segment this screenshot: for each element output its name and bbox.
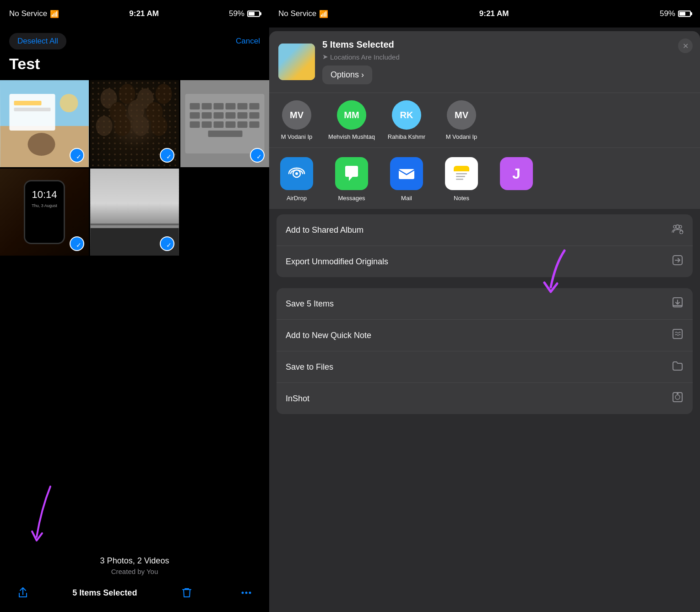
save-icon — [672, 296, 684, 311]
svg-point-6 — [28, 133, 55, 156]
top-bar: Deselect All Cancel — [0, 27, 269, 55]
app-messages[interactable]: Messages — [324, 157, 379, 202]
deselect-all-button[interactable]: Deselect All — [9, 33, 66, 49]
export-originals-label: Export Unmodified Originals — [286, 257, 388, 267]
add-shared-album-item[interactable]: Add to Shared Album — [277, 214, 693, 246]
photo-cell-5[interactable]: ✓ — [90, 169, 179, 256]
add-shared-album-label: Add to Shared Album — [286, 225, 364, 235]
share-button[interactable] — [13, 583, 33, 603]
quick-note-icon — [672, 328, 684, 343]
left-status-left: No Service 📶 — [9, 9, 59, 18]
files-icon — [672, 360, 684, 374]
right-status-time: 9:21 AM — [479, 9, 509, 18]
svg-rect-34 — [202, 121, 212, 128]
inshot-label: InShot — [286, 394, 309, 404]
photo-cell-3[interactable]: ✓ — [180, 80, 269, 167]
svg-point-44 — [245, 592, 247, 594]
svg-rect-62 — [673, 329, 682, 339]
action-group-1: Add to Shared Album — [277, 214, 693, 277]
options-button[interactable]: Options › — [322, 66, 372, 84]
svg-point-43 — [241, 592, 244, 594]
right-status-bar: No Service 📶 9:21 AM 59% — [269, 0, 700, 27]
svg-rect-42 — [91, 228, 179, 256]
messages-label: Messages — [338, 195, 365, 202]
svg-rect-38 — [250, 121, 260, 128]
svg-rect-3 — [14, 101, 42, 105]
airdrop-icon — [280, 157, 313, 190]
app-notes[interactable]: Notes — [434, 157, 489, 202]
contact-initials-1: MV — [290, 110, 304, 120]
share-sheet: 5 Items Selected ➤ Locations Are Include… — [269, 31, 700, 612]
svg-rect-65 — [677, 393, 678, 394]
svg-rect-27 — [190, 112, 200, 119]
album-info: 3 Photos, 2 Videos Created by You — [0, 556, 269, 575]
arrow-annotation — [18, 482, 64, 548]
album-title: 3 Photos, 2 Videos — [0, 556, 269, 566]
svg-rect-24 — [226, 103, 236, 109]
contact-item-3[interactable]: RK Rahiba Kshmr — [379, 100, 434, 140]
notes-label: Notes — [454, 195, 469, 202]
svg-rect-32 — [250, 112, 260, 119]
svg-point-45 — [249, 592, 251, 594]
phone-screen: 10:14 Thu, 3 August — [24, 180, 65, 244]
svg-rect-23 — [214, 103, 224, 109]
svg-point-47 — [295, 172, 298, 175]
contact-initials-3: RK — [400, 110, 413, 120]
svg-rect-53 — [456, 176, 465, 177]
notes-icon — [445, 157, 478, 190]
save-to-files-item[interactable]: Save to Files — [277, 351, 693, 383]
save-5-items-item[interactable]: Save 5 Items — [277, 288, 693, 320]
inshot-item[interactable]: InShot — [277, 383, 693, 414]
save-to-files-label: Save to Files — [286, 362, 333, 372]
photo-cell-1[interactable]: ✓ — [0, 80, 89, 167]
check-icon-3: ✓ — [256, 153, 262, 160]
bottom-section: 3 Photos, 2 Videos Created by You 5 Item… — [0, 256, 269, 612]
app-j[interactable]: J — [489, 157, 544, 195]
contact-name-3: Rahiba Kshmr — [388, 133, 425, 140]
add-quick-note-label: Add to New Quick Note — [286, 331, 371, 340]
no-service-text: No Service — [9, 9, 47, 18]
inshot-icon — [672, 391, 684, 406]
cancel-button[interactable]: Cancel — [236, 37, 260, 46]
svg-rect-28 — [202, 112, 212, 119]
left-status-time: 9:21 AM — [129, 9, 159, 18]
share-thumbnail — [278, 44, 315, 80]
share-subtitle: ➤ Locations Are Included — [322, 53, 691, 61]
messages-icon — [335, 157, 368, 190]
svg-rect-2 — [10, 94, 55, 131]
export-originals-item[interactable]: Export Unmodified Originals — [277, 246, 693, 277]
delete-button[interactable] — [177, 583, 197, 603]
more-button[interactable] — [236, 583, 256, 603]
right-status-left: No Service 📶 — [278, 9, 328, 18]
mail-icon — [390, 157, 423, 190]
phone-date: Thu, 3 August — [32, 203, 57, 208]
close-button[interactable]: ✕ — [678, 38, 693, 53]
contact-item-4[interactable]: MV M Vodani Ip — [434, 100, 489, 140]
share-info: 5 Items Selected ➤ Locations Are Include… — [322, 39, 691, 84]
contact-initials-2: MM — [344, 110, 359, 120]
svg-rect-39 — [208, 131, 243, 137]
svg-point-5 — [60, 94, 78, 112]
share-title: 5 Items Selected — [322, 39, 691, 50]
contact-name-2: Mehvish Mushtaq — [328, 133, 375, 140]
check-icon-4: ✓ — [76, 242, 81, 248]
album-subtitle: Created by You — [0, 568, 269, 575]
contact-item-1[interactable]: MV M Vodani Ip — [269, 100, 324, 140]
svg-rect-52 — [456, 173, 467, 175]
save-5-items-label: Save 5 Items — [286, 299, 334, 309]
app-airdrop[interactable]: AirDrop — [269, 157, 324, 202]
add-quick-note-item[interactable]: Add to New Quick Note — [277, 320, 693, 351]
svg-rect-21 — [190, 103, 200, 109]
photo-cell-4[interactable]: 10:14 Thu, 3 August ✓ — [0, 169, 89, 256]
bottom-toolbar: 5 Items Selected — [0, 583, 269, 603]
svg-rect-26 — [250, 103, 260, 109]
app-mail[interactable]: Mail — [379, 157, 434, 202]
photo-cell-2[interactable]: ✓ — [90, 80, 179, 167]
svg-rect-22 — [202, 103, 212, 109]
contact-item-2[interactable]: MM Mehvish Mushtaq — [324, 100, 379, 140]
left-status-bar: No Service 📶 9:21 AM 59% — [0, 0, 269, 27]
svg-rect-33 — [190, 121, 200, 128]
left-status-right: 59% — [229, 9, 260, 18]
svg-rect-35 — [214, 121, 224, 128]
right-wifi-icon: 📶 — [319, 10, 328, 18]
